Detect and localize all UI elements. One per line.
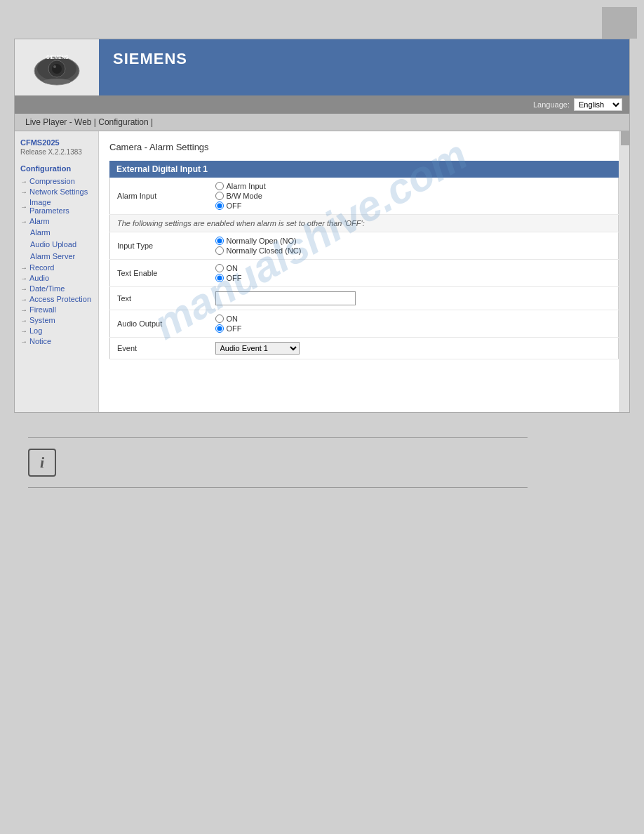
sidebar-item-audio[interactable]: → Audio (20, 274, 93, 282)
sidebar-item-system[interactable]: → System (20, 316, 93, 324)
language-bar: Language: English Deutsch Français Españ… (15, 95, 629, 114)
audio-output-option-off[interactable]: OFF (215, 324, 612, 333)
text-input[interactable] (215, 291, 356, 305)
text-enable-option-off[interactable]: OFF (215, 274, 612, 282)
alarm-input-option-alarm[interactable]: Alarm Input (215, 182, 612, 190)
audio-output-radio-off[interactable] (215, 324, 224, 333)
alarm-input-label-off: OFF (227, 201, 242, 210)
main-content: manualshive.com Camera - Alarm Settings … (99, 131, 629, 412)
input-type-label-nc: Normally Closed (NC) (227, 246, 302, 255)
input-type-radio-nc[interactable] (215, 246, 224, 255)
logo-area: SIEMENS (15, 39, 99, 95)
sidebar-link-compression[interactable]: Compression (29, 177, 75, 185)
alarm-input-radio-bw[interactable] (215, 192, 224, 200)
svg-point-4 (53, 65, 56, 68)
alarm-input-label-alarm: Alarm Input (227, 182, 266, 190)
top-right-decoration (602, 7, 637, 39)
sidebar-link-record[interactable]: Record (29, 263, 54, 272)
settings-table: Alarm Input Alarm Input B/W M (109, 178, 619, 359)
sidebar-link-audio-upload[interactable]: Audio Upload (30, 240, 76, 249)
event-select[interactable]: Audio Event 1 Audio Event 2 Audio Event … (215, 342, 300, 355)
arrow-icon: → (20, 327, 27, 335)
audio-output-radio-on[interactable] (215, 315, 224, 323)
audio-output-row: Audio Output ON OFF (110, 310, 619, 338)
input-type-value: Normally Open (NO) Normally Closed (NC) (208, 232, 619, 260)
audio-output-label-on: ON (227, 315, 239, 323)
camera-logo: SIEMENS (29, 46, 85, 88)
input-type-label-no: Normally Open (NO) (227, 237, 297, 245)
alarm-input-option-off[interactable]: OFF (215, 201, 612, 210)
sidebar-item-log[interactable]: → Log (20, 326, 93, 335)
arrow-icon: → (20, 296, 27, 303)
scrollbar[interactable] (619, 131, 629, 412)
scrollbar-thumb[interactable] (621, 131, 629, 145)
alarm-input-radio-alarm[interactable] (215, 182, 224, 190)
audio-output-label: Audio Output (110, 310, 208, 338)
text-enable-radio-off[interactable] (215, 274, 224, 282)
sidebar-link-datetime[interactable]: Date/Time (29, 284, 65, 293)
breadcrumb: Live Player - Web | Configuration | (25, 117, 153, 127)
event-row: Event Audio Event 1 Audio Event 2 Audio … (110, 338, 619, 359)
text-enable-label: Text Enable (110, 260, 208, 287)
sidebar-item-image[interactable]: → Image Parameters (20, 198, 93, 215)
alarm-input-value: Alarm Input B/W Mode OFF (208, 178, 619, 215)
audio-output-option-on[interactable]: ON (215, 315, 612, 323)
input-type-row: Input Type Normally Open (NO) (110, 232, 619, 260)
text-enable-radio-on[interactable] (215, 264, 224, 272)
sidebar-model: CFMS2025 (20, 138, 93, 147)
alarm-input-radio-group: Alarm Input B/W Mode OFF (215, 182, 612, 210)
sidebar-section-title: Configuration (20, 164, 93, 173)
sidebar-item-compression[interactable]: → Compression (20, 177, 93, 185)
audio-output-radio-group: ON OFF (215, 315, 612, 333)
arrow-icon: → (20, 264, 27, 272)
sidebar-item-alarm[interactable]: → Alarm (20, 217, 93, 225)
sidebar-item-datetime[interactable]: → Date/Time (20, 284, 93, 293)
sidebar-link-alarm[interactable]: Alarm (29, 217, 50, 225)
sidebar-link-audio[interactable]: Audio (29, 274, 49, 282)
svg-point-5 (43, 79, 71, 84)
language-select[interactable]: English Deutsch Français Español (574, 98, 622, 111)
page-title: Camera - Alarm Settings (109, 142, 619, 152)
arrow-icon: → (20, 338, 27, 345)
sidebar-link-firewall[interactable]: Firewall (29, 305, 56, 314)
sidebar-link-system[interactable]: System (29, 316, 55, 324)
sidebar-item-access[interactable]: → Access Protection (20, 295, 93, 303)
alarm-input-option-bw[interactable]: B/W Mode (215, 192, 612, 200)
arrow-icon: → (20, 218, 27, 225)
sidebar-link-notice[interactable]: Notice (29, 337, 51, 345)
sidebar-link-access[interactable]: Access Protection (29, 295, 91, 303)
bottom-divider (28, 487, 528, 488)
section-header: External Digital Input 1 (109, 161, 619, 178)
audio-output-label-off: OFF (227, 324, 242, 333)
sidebar-link-network[interactable]: Network Settings (29, 187, 88, 196)
input-type-radio-no[interactable] (215, 237, 224, 245)
sidebar-link-alarm-sub[interactable]: Alarm (30, 228, 51, 237)
sidebar-link-image[interactable]: Image Parameters (29, 198, 93, 215)
input-type-option-nc[interactable]: Normally Closed (NC) (215, 246, 612, 255)
sidebar-item-notice[interactable]: → Notice (20, 337, 93, 345)
arrow-icon: → (20, 188, 27, 196)
text-enable-value: ON OFF (208, 260, 619, 287)
sidebar-item-record[interactable]: → Record (20, 263, 93, 272)
info-icon: i (28, 449, 56, 477)
top-divider (28, 437, 528, 438)
sidebar-item-network[interactable]: → Network Settings (20, 187, 93, 196)
main-container: SIEMENS SIEMENS Language: English Deutsc… (14, 39, 630, 413)
arrow-icon: → (20, 203, 27, 211)
content-area: CFMS2025 Release X.2.2.1383 Configuratio… (15, 131, 629, 412)
text-enable-option-on[interactable]: ON (215, 264, 612, 272)
header-title-area: SIEMENS (99, 39, 629, 95)
sidebar-sub-audio-upload: Audio Upload (20, 239, 93, 249)
sidebar-link-alarm-server[interactable]: Alarm Server (30, 252, 75, 260)
svg-point-3 (52, 64, 62, 74)
arrow-icon: → (20, 178, 27, 185)
bottom-section: i (14, 420, 630, 502)
info-box: i (28, 445, 616, 480)
event-label: Event (110, 338, 208, 359)
sidebar-link-log[interactable]: Log (29, 326, 42, 335)
text-enable-row: Text Enable ON OFF (110, 260, 619, 287)
sidebar-item-firewall[interactable]: → Firewall (20, 305, 93, 314)
input-type-option-no[interactable]: Normally Open (NO) (215, 237, 612, 245)
alarm-input-radio-off[interactable] (215, 201, 224, 210)
arrow-icon: → (20, 285, 27, 293)
